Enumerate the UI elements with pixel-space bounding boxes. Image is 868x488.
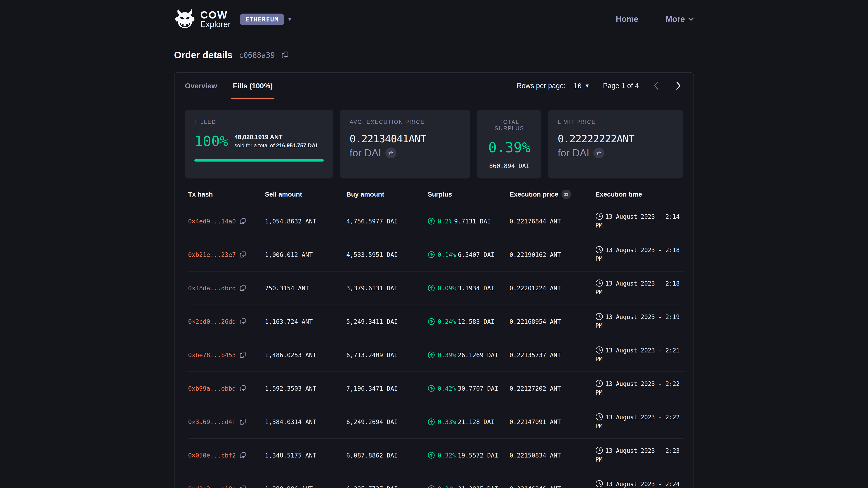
surplus-up-icon	[428, 285, 435, 292]
execution-price: 0.22146346 ANT	[509, 485, 595, 488]
tx-hash-link[interactable]: 0xb99a...ebbd	[188, 385, 236, 392]
clock-icon	[595, 346, 603, 354]
tx-hash-link[interactable]: 0×050e...cbf2	[188, 452, 236, 459]
limit-price-card: LIMIT PRICE 0.22222222ANT for DAI ⇄	[548, 110, 683, 178]
tab-fills[interactable]: Fills (100%)	[233, 73, 273, 99]
invert-price-icon[interactable]: ⇄	[385, 148, 396, 158]
col-surplus: Surplus	[428, 191, 509, 198]
sell-amount: 750.3154 ANT	[265, 285, 346, 292]
copy-tx-hash-button[interactable]	[239, 218, 246, 225]
table-row: 0×3a69...cd4f 1,384.0314 ANT 6,249.2694 …	[188, 405, 684, 439]
sell-amount: 1,384.0314 ANT	[265, 418, 346, 425]
clock-icon	[595, 413, 603, 421]
execution-time: 13 August 2023 - 2:14 PM	[595, 213, 684, 230]
filled-card: FILLED 100% 48,020.1919 ANT sold for a t…	[185, 110, 333, 178]
tx-hash-link[interactable]: 0xb21e...23e7	[188, 251, 236, 258]
tx-hash-link[interactable]: 0×3a69...cd4f	[188, 418, 236, 425]
buy-amount: 6,087.8862 DAI	[346, 452, 428, 459]
copy-tx-hash-button[interactable]	[239, 418, 246, 425]
copy-icon	[239, 352, 246, 358]
clock-icon	[595, 313, 603, 320]
total-surplus-percent: 0.39%	[488, 139, 530, 156]
chevron-left-icon	[653, 80, 659, 91]
execution-time: 13 August 2023 - 2:21 PM	[595, 346, 684, 364]
filled-progress-bar	[194, 159, 324, 162]
clock-icon	[595, 447, 603, 454]
filled-sold-total: 216,951.757 DAI	[276, 142, 317, 149]
limit-price-unit: for DAI	[558, 147, 589, 159]
surplus-amount: 6.5407 DAI	[458, 251, 495, 258]
surplus-amount: 26.1269 DAI	[458, 352, 498, 359]
limit-price-value: 0.22222222ANT	[558, 133, 674, 145]
buy-amount: 6,235.7737 DAI	[346, 485, 428, 488]
limit-price-label: LIMIT PRICE	[558, 119, 674, 125]
surplus-amount: 3.1934 DAI	[458, 285, 495, 292]
tx-hash-link[interactable]: 0xd1a2...a18e	[188, 485, 236, 488]
execution-price: 0.22135737 ANT	[509, 352, 595, 359]
copy-tx-hash-button[interactable]	[239, 485, 246, 488]
nav-home[interactable]: Home	[616, 14, 638, 24]
surplus-percent: 0.24%	[438, 318, 456, 325]
cow-explorer-logo[interactable]: COW Explorer	[174, 8, 230, 30]
surplus-amount: 30.7707 DAI	[458, 385, 498, 392]
surplus-percent: 0.33%	[438, 418, 456, 425]
top-navigation-bar: COW Explorer ETHEREUM ▼ Home More	[174, 0, 694, 38]
nav-more[interactable]: More	[665, 14, 694, 24]
table-row: 0xd1a2...a18e 1,380.996 ANT 6,235.7737 D…	[188, 472, 684, 488]
buy-amount: 5,249.3411 DAI	[346, 318, 428, 325]
surplus-amount: 19.5572 DAI	[458, 452, 498, 459]
sell-amount: 1,163.724 ANT	[265, 318, 346, 325]
page-indicator: Page 1 of 4	[603, 82, 639, 90]
execution-time: 13 August 2023 - 2:22 PM	[595, 380, 684, 397]
copy-icon	[239, 485, 246, 488]
table-row: 0×2cd0...26dd 1,163.724 ANT 5,249.3411 D…	[188, 305, 684, 338]
tx-hash-link[interactable]: 0xf8da...dbcd	[188, 285, 236, 292]
clock-icon	[595, 380, 603, 387]
next-page-button[interactable]	[674, 80, 683, 91]
copy-tx-hash-button[interactable]	[239, 452, 246, 459]
buy-amount: 4,756.5977 DAI	[346, 218, 428, 225]
execution-price: 0.22190162 ANT	[509, 251, 595, 258]
total-surplus-label: TOTAL SURPLUS	[487, 119, 532, 131]
surplus-percent: 0.2%	[438, 218, 452, 225]
copy-icon	[239, 385, 246, 392]
copy-tx-hash-button[interactable]	[239, 251, 246, 258]
table-row: 0×4ed9...14a0 1,054.8632 ANT 4,756.5977 …	[188, 205, 684, 238]
copy-icon	[239, 452, 246, 459]
filled-percent: 100%	[194, 133, 228, 149]
sell-amount: 1,486.0253 ANT	[265, 352, 346, 359]
col-buy-amount: Buy amount	[346, 191, 428, 198]
filled-sold-prefix: sold for a total of	[235, 142, 276, 149]
network-dropdown-caret[interactable]: ▼	[287, 16, 292, 22]
tx-hash-link[interactable]: 0xbe78...b453	[188, 352, 236, 359]
clock-icon	[595, 279, 603, 287]
surplus-up-icon	[428, 418, 435, 425]
surplus-percent: 0.14%	[438, 251, 456, 258]
previous-page-button[interactable]	[651, 80, 661, 91]
surplus-amount: 21.128 DAI	[458, 418, 495, 425]
order-id: c0688a39	[239, 51, 275, 60]
rows-per-page-select[interactable]: 10 ▼	[573, 82, 590, 90]
table-row: 0xb99a...ebbd 1,592.3503 ANT 7,196.3471 …	[188, 372, 684, 405]
copy-tx-hash-button[interactable]	[239, 285, 246, 291]
copy-tx-hash-button[interactable]	[239, 318, 246, 325]
execution-price: 0.22150834 ANT	[509, 452, 595, 459]
tx-hash-link[interactable]: 0×4ed9...14a0	[188, 218, 236, 225]
surplus-up-icon	[428, 318, 435, 325]
invert-execution-price-icon[interactable]: ⇄	[561, 190, 571, 199]
buy-amount: 3,379.6131 DAI	[346, 285, 428, 292]
tx-hash-link[interactable]: 0×2cd0...26dd	[188, 318, 236, 325]
invert-price-icon[interactable]: ⇄	[593, 148, 604, 158]
table-row: 0×050e...cbf2 1,348.5175 ANT 6,087.8862 …	[188, 439, 684, 472]
tab-overview[interactable]: Overview	[185, 73, 217, 99]
brand-name: COW	[200, 10, 230, 20]
surplus-up-icon	[428, 351, 435, 359]
copy-order-id-button[interactable]	[281, 51, 289, 59]
avg-execution-price-card: AVG. EXECUTION PRICE 0.22134041ANT for D…	[340, 110, 470, 178]
surplus-up-icon	[428, 452, 435, 459]
copy-tx-hash-button[interactable]	[239, 385, 246, 392]
copy-tx-hash-button[interactable]	[239, 352, 246, 358]
network-badge[interactable]: ETHEREUM	[240, 13, 284, 25]
brand-subname: Explorer	[200, 20, 230, 29]
copy-icon	[239, 218, 246, 225]
